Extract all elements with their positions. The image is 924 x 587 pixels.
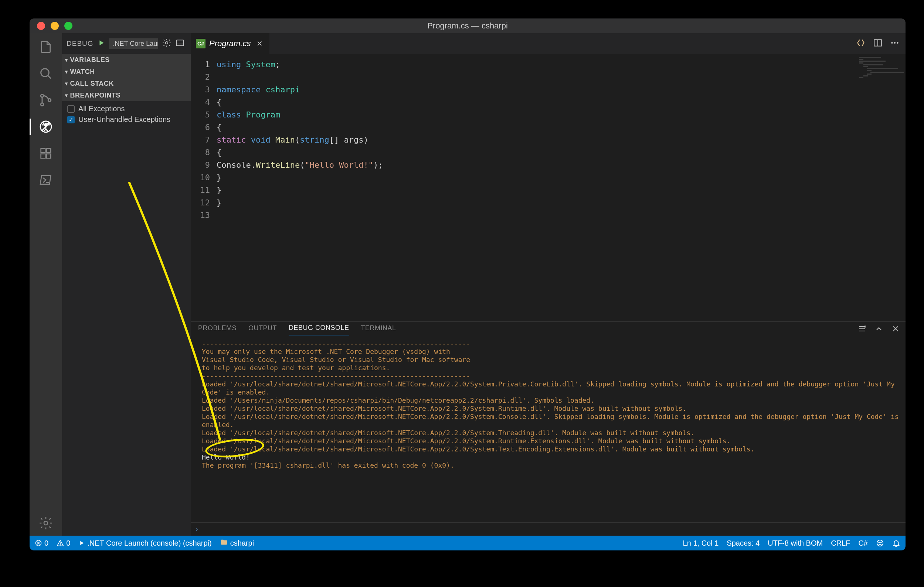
folder-icon bbox=[220, 538, 228, 548]
svg-line-1 bbox=[48, 76, 51, 78]
svg-point-0 bbox=[41, 69, 49, 77]
status-encoding[interactable]: UTF-8 with BOM bbox=[768, 539, 823, 548]
status-bar: 0 0 .NET Core Launch (console) (csharpi)… bbox=[30, 536, 906, 551]
extensions-icon[interactable] bbox=[38, 145, 54, 161]
chevron-down-icon: ▾ bbox=[65, 92, 68, 98]
line-number-gutter: 12345678910111213 bbox=[191, 54, 216, 321]
debug-console-input[interactable]: › bbox=[191, 522, 906, 536]
status-eol[interactable]: CRLF bbox=[831, 539, 850, 548]
input-prompt-icon: › bbox=[196, 526, 198, 533]
clear-console-icon[interactable] bbox=[858, 324, 866, 335]
svg-point-3 bbox=[41, 103, 44, 106]
variables-header[interactable]: ▾ VARIABLES bbox=[62, 54, 191, 66]
code-line[interactable]: { bbox=[216, 96, 383, 109]
tab-output[interactable]: OUTPUT bbox=[248, 324, 277, 335]
checkbox-unchecked[interactable] bbox=[67, 105, 75, 113]
status-errors[interactable]: 0 bbox=[35, 539, 48, 548]
console-line: Loaded '/usr/local/share/dotnet/shared/M… bbox=[202, 445, 899, 453]
svg-point-18 bbox=[891, 42, 893, 44]
start-debug-button[interactable] bbox=[97, 39, 106, 49]
maximize-window-button[interactable] bbox=[64, 22, 73, 30]
title-bar[interactable]: Program.cs — csharpi bbox=[30, 18, 906, 33]
debug-console-output[interactable]: ----------------------------------------… bbox=[191, 337, 906, 522]
tab-filename: Program.cs bbox=[209, 39, 251, 48]
debug-console-toggle-icon[interactable] bbox=[175, 38, 185, 49]
panel-tabs: PROBLEMS OUTPUT DEBUG CONSOLE TERMINAL bbox=[191, 322, 906, 337]
minimize-window-button[interactable] bbox=[51, 22, 59, 30]
code-editor[interactable]: 12345678910111213 using System; namespac… bbox=[191, 54, 906, 321]
console-line: to help you develop and test your applic… bbox=[202, 364, 899, 372]
warning-count: 0 bbox=[66, 539, 70, 548]
notifications-bell-icon[interactable] bbox=[892, 539, 900, 547]
code-line[interactable]: { bbox=[216, 121, 383, 134]
status-indent[interactable]: Spaces: 4 bbox=[727, 539, 759, 548]
tab-terminal[interactable]: TERMINAL bbox=[361, 324, 396, 335]
watch-section: ▾ WATCH bbox=[62, 66, 191, 77]
debug-config-dropdown[interactable]: .NET Core Launc ▾ bbox=[109, 38, 158, 49]
code-line[interactable]: } bbox=[216, 171, 383, 184]
console-line: Loaded '/usr/local/share/dotnet/shared/M… bbox=[202, 437, 899, 445]
code-line[interactable]: static void Main(string[] args) bbox=[216, 134, 383, 146]
tab-bar: C# Program.cs ✕ bbox=[191, 33, 906, 54]
code-line[interactable]: } bbox=[216, 184, 383, 197]
line-number: 3 bbox=[191, 84, 210, 96]
breakpoints-section: ▾ BREAKPOINTS All Exceptions ✓ User-Unha… bbox=[62, 89, 191, 127]
code-line[interactable]: class Program bbox=[216, 109, 383, 121]
svg-point-19 bbox=[894, 42, 896, 44]
status-cursor[interactable]: Ln 1, Col 1 bbox=[683, 539, 719, 548]
svg-point-20 bbox=[897, 42, 898, 44]
settings-gear-icon[interactable] bbox=[38, 515, 54, 531]
line-number: 4 bbox=[191, 96, 210, 109]
debug-settings-icon[interactable] bbox=[162, 38, 172, 49]
code-line[interactable] bbox=[216, 209, 383, 222]
breakpoint-row[interactable]: All Exceptions bbox=[66, 104, 187, 114]
code-line[interactable]: Console.WriteLine("Hello World!"); bbox=[216, 159, 383, 171]
split-editor-icon[interactable] bbox=[873, 38, 883, 49]
more-actions-icon[interactable] bbox=[890, 38, 899, 49]
debug-title: DEBUG bbox=[66, 39, 94, 48]
svg-rect-8 bbox=[41, 148, 45, 153]
line-number: 7 bbox=[191, 134, 210, 146]
compare-changes-icon[interactable] bbox=[856, 38, 866, 49]
tab-debug-console[interactable]: DEBUG CONSOLE bbox=[289, 324, 349, 335]
line-number: 12 bbox=[191, 197, 210, 209]
console-line: Loaded '/usr/local/share/dotnet/shared/M… bbox=[202, 413, 899, 429]
collapse-panel-icon[interactable] bbox=[874, 324, 883, 335]
source-control-icon[interactable] bbox=[38, 92, 54, 108]
feedback-smiley-icon[interactable] bbox=[876, 539, 884, 547]
tab-problems[interactable]: PROBLEMS bbox=[198, 324, 236, 335]
close-window-button[interactable] bbox=[37, 22, 45, 30]
callstack-section: ▾ CALL STACK bbox=[62, 77, 191, 89]
status-warnings[interactable]: 0 bbox=[56, 539, 70, 548]
console-line: ----------------------------------------… bbox=[202, 372, 899, 380]
code-line[interactable] bbox=[216, 71, 383, 84]
checkbox-checked[interactable]: ✓ bbox=[67, 116, 75, 123]
main-area: DEBUG .NET Core Launc ▾ ▾ VARIA bbox=[30, 33, 906, 536]
explorer-icon[interactable] bbox=[38, 39, 54, 55]
search-icon[interactable] bbox=[38, 66, 54, 82]
minimap[interactable] bbox=[859, 56, 903, 100]
callstack-header[interactable]: ▾ CALL STACK bbox=[62, 77, 191, 89]
code-line[interactable]: using System; bbox=[216, 58, 383, 71]
close-tab-icon[interactable]: ✕ bbox=[256, 39, 263, 48]
console-line: Loaded '/Users/ninja/Documents/repos/csh… bbox=[202, 396, 899, 404]
code-line[interactable]: } bbox=[216, 197, 383, 209]
code-line[interactable]: namespace csharpi bbox=[216, 84, 383, 96]
breakpoints-header[interactable]: ▾ BREAKPOINTS bbox=[62, 89, 191, 101]
breakpoints-label: BREAKPOINTS bbox=[70, 92, 121, 99]
watch-header[interactable]: ▾ WATCH bbox=[62, 66, 191, 77]
status-language[interactable]: C# bbox=[858, 539, 868, 548]
powershell-icon[interactable] bbox=[38, 172, 54, 188]
svg-point-4 bbox=[48, 99, 51, 102]
status-folder[interactable]: csharpi bbox=[220, 538, 254, 548]
line-number: 10 bbox=[191, 171, 210, 184]
chevron-down-icon: ▾ bbox=[65, 69, 68, 75]
code-content[interactable]: using System; namespace csharpi{ class P… bbox=[216, 54, 383, 321]
debug-icon[interactable] bbox=[38, 118, 54, 135]
close-panel-icon[interactable] bbox=[891, 325, 899, 334]
status-debug-launch[interactable]: .NET Core Launch (console) (csharpi) bbox=[78, 539, 211, 548]
breakpoint-row[interactable]: ✓ User-Unhandled Exceptions bbox=[66, 114, 187, 125]
code-line[interactable]: { bbox=[216, 146, 383, 159]
editor-tab[interactable]: C# Program.cs ✕ bbox=[191, 33, 270, 54]
line-number: 6 bbox=[191, 121, 210, 134]
